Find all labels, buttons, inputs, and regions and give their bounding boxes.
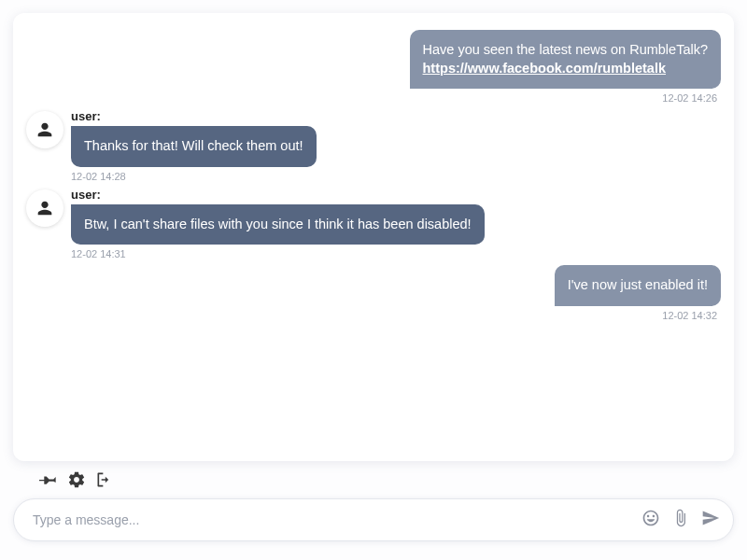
message-received: user: Btw, I can't share files with you … bbox=[26, 188, 721, 245]
message-received: user: Thanks for that! Will check them o… bbox=[26, 109, 721, 167]
message-sent: Have you seen the latest news on RumbleT… bbox=[26, 30, 721, 89]
message-sent: I've now just enabled it! bbox=[26, 265, 721, 306]
message-bubble: I've now just enabled it! bbox=[555, 265, 721, 306]
message-text: Btw, I can't share files with you since … bbox=[84, 217, 472, 231]
message-bubble: Thanks for that! Will check them out! bbox=[71, 126, 317, 167]
message-timestamp: 12-02 14:28 bbox=[71, 171, 721, 182]
message-bubble: Btw, I can't share files with you since … bbox=[71, 204, 485, 245]
message-link[interactable]: https://www.facebook.com/rumbletalk bbox=[423, 61, 667, 76]
avatar bbox=[26, 111, 63, 148]
attachment-icon[interactable] bbox=[671, 509, 690, 531]
logout-icon[interactable] bbox=[95, 470, 114, 493]
message-timestamp: 12-02 14:26 bbox=[26, 92, 721, 104]
emoji-icon[interactable] bbox=[641, 509, 660, 531]
message-column: user: Thanks for that! Will check them o… bbox=[71, 109, 317, 167]
user-icon bbox=[35, 119, 55, 140]
avatar bbox=[26, 189, 63, 227]
gear-icon[interactable] bbox=[67, 470, 86, 493]
input-icons bbox=[641, 509, 720, 531]
message-username: user: bbox=[71, 188, 485, 202]
user-icon bbox=[35, 198, 55, 218]
message-text: Have you seen the latest news on RumbleT… bbox=[423, 42, 708, 57]
toolbar bbox=[13, 461, 734, 498]
pin-icon[interactable] bbox=[39, 470, 58, 493]
send-icon[interactable] bbox=[701, 509, 720, 531]
message-column: user: Btw, I can't share files with you … bbox=[71, 188, 485, 245]
message-text: Thanks for that! Will check them out! bbox=[84, 138, 303, 153]
message-input-bar bbox=[13, 498, 734, 541]
message-timestamp: 12-02 14:32 bbox=[26, 310, 721, 321]
message-timestamp: 12-02 14:31 bbox=[71, 248, 721, 259]
message-username: user: bbox=[71, 109, 317, 123]
message-text: I've now just enabled it! bbox=[568, 277, 708, 292]
message-bubble: Have you seen the latest news on RumbleT… bbox=[410, 30, 721, 89]
chat-window: Have you seen the latest news on RumbleT… bbox=[13, 13, 734, 461]
message-input[interactable] bbox=[33, 512, 641, 527]
